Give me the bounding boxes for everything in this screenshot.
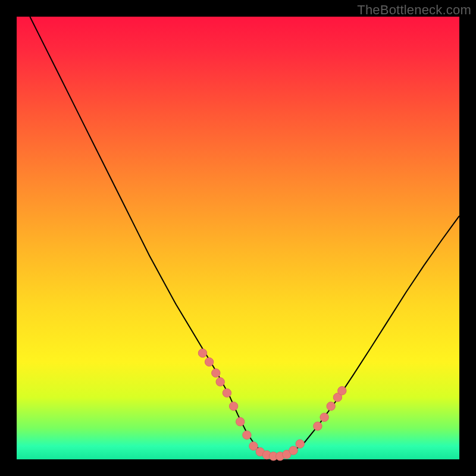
data-point <box>236 418 245 426</box>
data-point <box>243 431 251 439</box>
bottleneck-curve <box>30 17 459 457</box>
data-point <box>205 358 213 366</box>
data-point <box>296 440 304 448</box>
data-point <box>338 387 346 395</box>
data-point <box>223 389 231 397</box>
data-point <box>327 402 335 411</box>
data-point <box>198 349 206 357</box>
watermark-text: TheBottleneck.com <box>357 2 471 18</box>
data-point <box>216 378 224 386</box>
data-point <box>212 369 220 377</box>
data-point <box>229 402 237 411</box>
data-point <box>320 413 328 421</box>
chart-frame <box>17 17 459 459</box>
data-point <box>289 446 298 455</box>
marker-group <box>198 349 346 461</box>
chart-svg <box>17 17 459 459</box>
data-point <box>314 422 322 430</box>
data-point <box>249 442 258 450</box>
